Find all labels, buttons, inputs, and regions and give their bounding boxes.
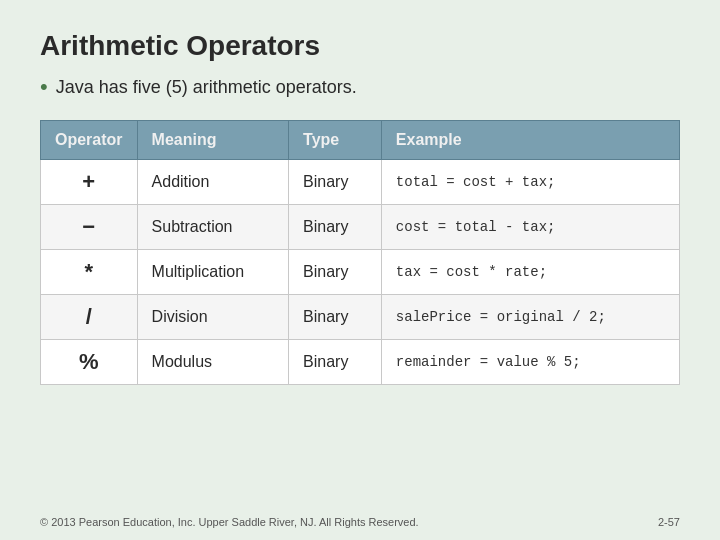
cell-type: Binary xyxy=(289,295,382,340)
bullet-point: • xyxy=(40,74,48,100)
footer-copyright: © 2013 Pearson Education, Inc. Upper Sad… xyxy=(40,516,419,528)
cell-meaning: Addition xyxy=(137,160,289,205)
slide-footer: © 2013 Pearson Education, Inc. Upper Sad… xyxy=(40,516,680,528)
cell-meaning: Division xyxy=(137,295,289,340)
slide-container: Arithmetic Operators • Java has five (5)… xyxy=(0,0,720,540)
table-row: *MultiplicationBinarytax = cost * rate; xyxy=(41,250,680,295)
cell-meaning: Multiplication xyxy=(137,250,289,295)
cell-example: salePrice = original / 2; xyxy=(381,295,679,340)
table-header-row: Operator Meaning Type Example xyxy=(41,121,680,160)
subtitle-line: • Java has five (5) arithmetic operators… xyxy=(40,74,680,100)
col-header-example: Example xyxy=(381,121,679,160)
cell-example: total = cost + tax; xyxy=(381,160,679,205)
cell-operator: + xyxy=(41,160,138,205)
cell-type: Binary xyxy=(289,340,382,385)
page-title: Arithmetic Operators xyxy=(40,30,680,62)
cell-example: tax = cost * rate; xyxy=(381,250,679,295)
cell-example: remainder = value % 5; xyxy=(381,340,679,385)
cell-type: Binary xyxy=(289,160,382,205)
table-row: −SubtractionBinarycost = total - tax; xyxy=(41,205,680,250)
cell-operator: / xyxy=(41,295,138,340)
col-header-type: Type xyxy=(289,121,382,160)
subtitle-text: Java has five (5) arithmetic operators. xyxy=(56,77,357,98)
cell-operator: * xyxy=(41,250,138,295)
cell-meaning: Modulus xyxy=(137,340,289,385)
footer-page: 2-57 xyxy=(658,516,680,528)
cell-operator: − xyxy=(41,205,138,250)
cell-example: cost = total - tax; xyxy=(381,205,679,250)
cell-type: Binary xyxy=(289,205,382,250)
table-row: +AdditionBinarytotal = cost + tax; xyxy=(41,160,680,205)
table-row: %ModulusBinaryremainder = value % 5; xyxy=(41,340,680,385)
cell-operator: % xyxy=(41,340,138,385)
col-header-operator: Operator xyxy=(41,121,138,160)
cell-type: Binary xyxy=(289,250,382,295)
operators-table: Operator Meaning Type Example +AdditionB… xyxy=(40,120,680,385)
table-row: /DivisionBinarysalePrice = original / 2; xyxy=(41,295,680,340)
col-header-meaning: Meaning xyxy=(137,121,289,160)
cell-meaning: Subtraction xyxy=(137,205,289,250)
